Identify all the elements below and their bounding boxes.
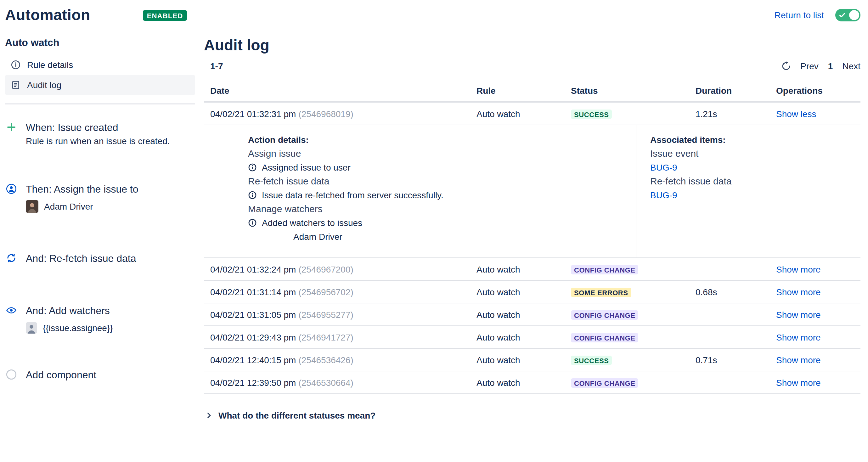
action-details-label: Action details: — [248, 133, 636, 147]
audit-id: (2546530664) — [298, 377, 353, 388]
statuses-question-label: What do the different statuses mean? — [218, 410, 375, 421]
audit-log-title: Audit log — [204, 36, 861, 55]
plus-icon — [5, 121, 18, 147]
audit-rule: Auto watch — [476, 355, 571, 365]
action-result: Added watchers to issues — [248, 216, 636, 230]
sidebar-divider — [5, 103, 195, 104]
status-badge: SUCCESS — [571, 109, 612, 119]
header-duration: Duration — [695, 86, 776, 96]
check-icon — [839, 12, 845, 18]
audit-status: CONFIG CHANGE — [571, 332, 695, 342]
audit-date: 04/02/21 12:40:15 pm(2546536426) — [210, 355, 476, 365]
audit-date: 04/02/21 01:32:31 pm(2546968019) — [210, 109, 476, 119]
status-badge: CONFIG CHANGE — [571, 265, 639, 274]
audit-date: 04/02/21 12:39:50 pm(2546530664) — [210, 377, 476, 388]
header-date: Date — [210, 86, 476, 96]
associated-item-label: Re-fetch issue data — [650, 174, 861, 188]
rule-component-then[interactable]: Then: Assign the issue to Adam Driver — [5, 183, 195, 213]
status-badge: CONFIG CHANGE — [571, 333, 639, 342]
audit-date: 04/02/21 01:31:05 pm(2546955277) — [210, 309, 476, 319]
empty-circle-icon — [5, 368, 18, 381]
rule-component-refetch[interactable]: And: Re-fetch issue data — [5, 252, 195, 265]
table-row: 04/02/21 01:29:43 pm(2546941727) Auto wa… — [204, 326, 861, 349]
add-component-button[interactable]: Add component — [5, 368, 195, 381]
show-more-link[interactable]: Show more — [776, 287, 821, 297]
issue-link[interactable]: BUG-9 — [650, 160, 861, 174]
table-row: 04/02/21 01:31:14 pm(2546956702) Auto wa… — [204, 281, 861, 303]
info-icon — [248, 163, 257, 172]
sidebar-item-audit-log[interactable]: Audit log — [5, 75, 195, 95]
info-icon — [248, 191, 257, 199]
associated-item-label: Issue event — [650, 147, 861, 160]
automation-page: Automation ENABLED Return to list Auto w… — [0, 0, 868, 462]
document-icon — [11, 80, 21, 90]
page-title: Automation — [5, 6, 90, 24]
top-bar: Automation ENABLED Return to list — [0, 0, 868, 30]
audit-log-panel: Audit log 1-7 Prev 1 Next Date Rule St — [204, 30, 868, 421]
show-more-link[interactable]: Show more — [776, 355, 821, 365]
audit-date: 04/02/21 01:32:24 pm(2546967200) — [210, 264, 476, 274]
show-more-link[interactable]: Show more — [776, 264, 821, 274]
audit-date: 04/02/21 01:31:14 pm(2546956702) — [210, 287, 476, 297]
refresh-icon — [5, 252, 18, 265]
sidebar: Auto watch Rule details Audit log — [0, 30, 204, 381]
table-row: 04/02/21 01:31:05 pm(2546955277) Auto wa… — [204, 303, 861, 326]
rule-component-watchers[interactable]: And: Add watchers {{issue.assignee}} — [5, 304, 195, 334]
audit-status: CONFIG CHANGE — [571, 264, 695, 274]
show-more-link[interactable]: Show more — [776, 309, 821, 319]
sidebar-item-rule-details[interactable]: Rule details — [5, 55, 195, 75]
header-operations: Operations — [776, 86, 861, 96]
table-header-row: Date Rule Status Duration Operations — [204, 80, 861, 102]
audit-status: SOME ERRORS — [571, 287, 695, 297]
table-row: 04/02/21 12:39:50 pm(2546530664) Auto wa… — [204, 371, 861, 394]
next-page-button[interactable]: Next — [842, 61, 861, 71]
show-more-link[interactable]: Show more — [776, 332, 821, 342]
action-details: Action details: Assign issue Assigned is… — [248, 125, 636, 257]
audit-id: (2546536426) — [298, 355, 353, 365]
associated-items: Associated items: Issue event BUG-9 Re-f… — [636, 125, 861, 257]
chevron-right-icon — [205, 412, 213, 419]
enabled-badge: ENABLED — [143, 10, 187, 21]
component-title: And: Add watchers — [26, 304, 113, 317]
audit-log-table: Date Rule Status Duration Operations 04/… — [204, 80, 861, 394]
refresh-log-icon[interactable] — [781, 61, 791, 71]
audit-operations: Show more — [776, 264, 861, 274]
component-title: Then: Assign the issue to — [26, 183, 138, 196]
component-title: And: Re-fetch issue data — [26, 252, 136, 265]
toggle-knob — [849, 10, 859, 20]
audit-rule: Auto watch — [476, 332, 571, 342]
action-name: Re-fetch issue data — [248, 174, 636, 188]
avatar — [26, 322, 37, 334]
audit-status: SUCCESS — [571, 355, 695, 365]
audit-operations: Show more — [776, 309, 861, 319]
statuses-meaning-expander[interactable]: What do the different statuses mean? — [204, 410, 861, 421]
rule-component-when[interactable]: When: Issue created Rule is run when an … — [5, 121, 195, 147]
show-more-link[interactable]: Show more — [776, 377, 821, 388]
user-name: {{issue.assignee}} — [43, 323, 113, 333]
audit-id: (2546955277) — [298, 309, 353, 319]
return-to-list-link[interactable]: Return to list — [775, 10, 824, 20]
audit-rule: Auto watch — [476, 287, 571, 297]
audit-status: CONFIG CHANGE — [571, 309, 695, 319]
watcher-user: {{issue.assignee}} — [26, 321, 113, 334]
status-badge: SOME ERRORS — [571, 287, 631, 297]
audit-rule: Auto watch — [476, 109, 571, 119]
info-icon — [11, 60, 21, 70]
prev-page-button[interactable]: Prev — [800, 61, 818, 71]
action-extra-user: Adam Driver — [248, 230, 636, 244]
audit-entry-details: Action details: Assign issue Assigned is… — [204, 125, 861, 258]
assignee-user: Adam Driver — [26, 200, 138, 213]
audit-duration: 1.21s — [695, 109, 776, 119]
issue-link[interactable]: BUG-9 — [650, 188, 861, 202]
audit-duration: 0.68s — [695, 287, 776, 297]
audit-status: SUCCESS — [571, 109, 695, 119]
audit-rule: Auto watch — [476, 377, 571, 388]
action-result: Assigned issue to user — [248, 160, 636, 174]
rule-enabled-toggle[interactable] — [835, 9, 861, 22]
table-row: 04/02/21 01:32:31 pm(2546968019) Auto wa… — [204, 102, 861, 125]
result-range: 1-7 — [210, 61, 223, 71]
show-less-link[interactable]: Show less — [776, 109, 816, 119]
table-row: 04/02/21 12:40:15 pm(2546536426) Auto wa… — [204, 349, 861, 371]
status-badge: SUCCESS — [571, 355, 612, 365]
header-status: Status — [571, 86, 695, 96]
